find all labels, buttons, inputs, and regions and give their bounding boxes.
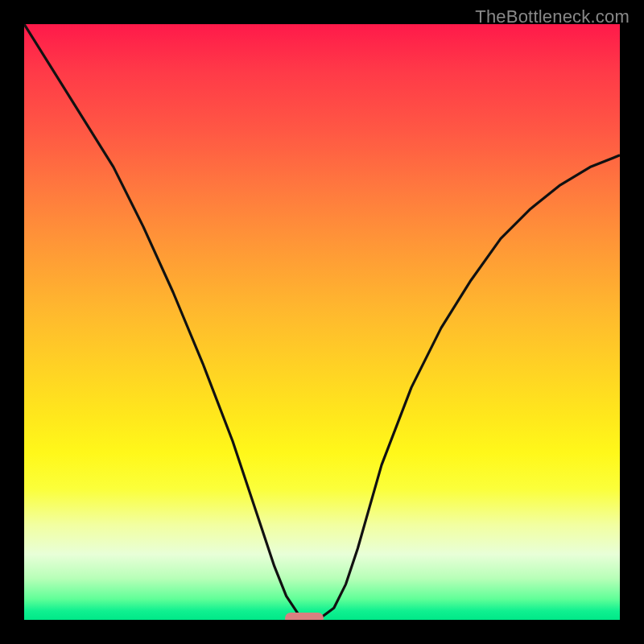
- plot-area: [24, 24, 620, 620]
- optimal-marker: [285, 613, 324, 620]
- curve-layer: [24, 24, 620, 620]
- watermark-text: TheBottleneck.com: [475, 6, 630, 27]
- bottleneck-curve: [24, 24, 620, 618]
